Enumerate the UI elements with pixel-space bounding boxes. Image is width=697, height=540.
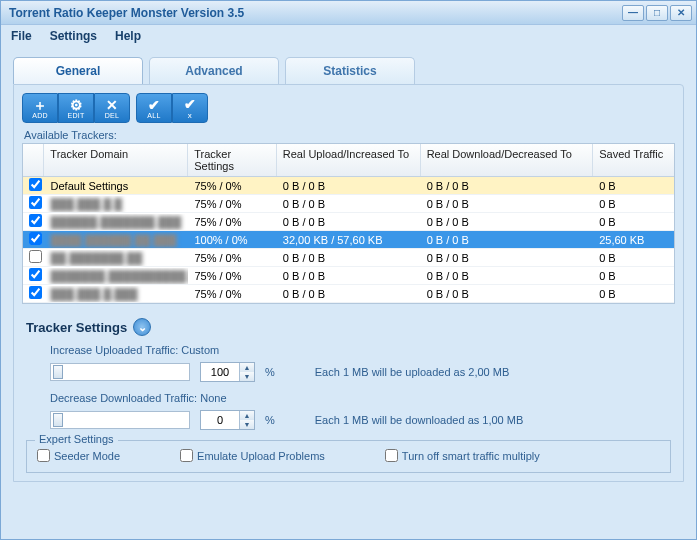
row-checkbox[interactable] (29, 250, 42, 263)
available-trackers-label: Available Trackers: (24, 129, 675, 141)
maximize-button[interactable]: □ (646, 5, 668, 21)
increase-label: Increase Uploaded Traffic: Custom (50, 344, 675, 356)
cell-upload: 0 B / 0 B (277, 250, 421, 266)
col-upload[interactable]: Real Upload/Increased To (277, 144, 421, 176)
select-none-button[interactable]: ✔x (172, 93, 208, 123)
add-button[interactable]: ＋ADD (22, 93, 58, 123)
window-buttons: — □ ✕ (622, 5, 692, 21)
edit-button[interactable]: ⚙EDIT (58, 93, 94, 123)
spin-down[interactable]: ▼ (240, 372, 254, 381)
table-row[interactable]: ████.██████.██.███100% / 0%32,00 KB / 57… (23, 231, 674, 249)
percent-label: % (265, 366, 275, 378)
row-checkbox[interactable] (29, 286, 42, 299)
seeder-mode-checkbox[interactable]: Seeder Mode (37, 449, 120, 462)
delete-button[interactable]: ✕DEL (94, 93, 130, 123)
expert-legend: Expert Settings (35, 433, 118, 445)
increase-slider[interactable] (50, 363, 190, 381)
cell-saved: 0 B (593, 250, 674, 266)
table-row[interactable]: ██████.███████.███75% / 0%0 B / 0 B0 B /… (23, 213, 674, 231)
cell-domain: ██████.███████.███ (45, 214, 189, 230)
slider-thumb[interactable] (53, 413, 63, 427)
decrease-row: ▲ ▼ % Each 1 MB will be downloaded as 1,… (50, 410, 675, 430)
table-row[interactable]: ███.███.█.███75% / 0%0 B / 0 B0 B / 0 B0… (23, 285, 674, 303)
decrease-slider[interactable] (50, 411, 190, 429)
increase-number: ▲ ▼ (200, 362, 255, 382)
cell-settings: 75% / 0% (188, 286, 276, 302)
tracker-settings-heading: Tracker Settings ⌄ (26, 318, 675, 336)
tracker-settings-title: Tracker Settings (26, 320, 127, 335)
cell-download: 0 B / 0 B (421, 178, 594, 194)
increase-hint: Each 1 MB will be uploaded as 2,00 MB (315, 366, 509, 378)
menu-settings[interactable]: Settings (46, 27, 101, 45)
col-settings[interactable]: Tracker Settings (188, 144, 276, 176)
cell-settings: 75% / 0% (188, 214, 276, 230)
cell-domain: ██.███████.██ (45, 250, 189, 266)
select-all-button[interactable]: ✔ALL (136, 93, 172, 123)
expert-row: Seeder Mode Emulate Upload Problems Turn… (37, 449, 660, 462)
cell-settings: 75% / 0% (188, 178, 276, 194)
toolbar: ＋ADD ⚙EDIT ✕DEL ✔ALL ✔x (22, 93, 675, 123)
row-checkbox[interactable] (29, 178, 42, 191)
menu-file[interactable]: File (7, 27, 36, 45)
col-download[interactable]: Real Download/Decreased To (421, 144, 594, 176)
cell-domain: ███.███.█.█ (45, 196, 189, 212)
increase-row: ▲ ▼ % Each 1 MB will be uploaded as 2,00… (50, 362, 675, 382)
expand-toggle[interactable]: ⌄ (133, 318, 151, 336)
spin-up[interactable]: ▲ (240, 363, 254, 372)
tab-advanced[interactable]: Advanced (149, 57, 279, 84)
tab-general[interactable]: General (13, 57, 143, 84)
percent-label: % (265, 414, 275, 426)
row-checkbox[interactable] (29, 214, 42, 227)
cell-settings: 75% / 0% (188, 250, 276, 266)
cell-domain: Default Settings (45, 178, 189, 194)
window-title: Torrent Ratio Keeper Monster Version 3.5 (5, 6, 244, 20)
cell-download: 0 B / 0 B (421, 250, 594, 266)
increase-spinner: ▲ ▼ (239, 363, 254, 381)
general-panel: ＋ADD ⚙EDIT ✕DEL ✔ALL ✔x Available Tracke… (13, 84, 684, 482)
expert-settings-fieldset: Expert Settings Seeder Mode Emulate Uplo… (26, 440, 671, 473)
check-icon: ✔ (148, 98, 160, 112)
turnoff-smart-checkbox[interactable]: Turn off smart traffic multiply (385, 449, 540, 462)
decrease-input[interactable] (201, 414, 239, 426)
cell-upload: 0 B / 0 B (277, 178, 421, 194)
menu-help[interactable]: Help (111, 27, 145, 45)
spin-up[interactable]: ▲ (240, 411, 254, 420)
slider-thumb[interactable] (53, 365, 63, 379)
decrease-spinner: ▲ ▼ (239, 411, 254, 429)
cell-domain: ███.███.█.███ (45, 286, 189, 302)
minimize-button[interactable]: — (622, 5, 644, 21)
plus-icon: ＋ (33, 98, 47, 112)
tab-statistics[interactable]: Statistics (285, 57, 415, 84)
cell-saved: 0 B (593, 214, 674, 230)
table-row[interactable]: Default Settings75% / 0%0 B / 0 B0 B / 0… (23, 177, 674, 195)
x-icon: ✕ (106, 98, 118, 112)
cell-saved: 0 B (593, 196, 674, 212)
menubar: File Settings Help (1, 25, 696, 47)
cell-upload: 0 B / 0 B (277, 196, 421, 212)
col-domain[interactable]: Tracker Domain (44, 144, 188, 176)
decrease-hint: Each 1 MB will be downloaded as 1,00 MB (315, 414, 524, 426)
col-saved[interactable]: Saved Traffic (593, 144, 674, 176)
decrease-number: ▲ ▼ (200, 410, 255, 430)
chevron-down-icon: ⌄ (138, 321, 147, 334)
table-row[interactable]: ███████.██████████.███75% / 0%0 B / 0 B0… (23, 267, 674, 285)
cell-saved: 0 B (593, 286, 674, 302)
cell-upload: 0 B / 0 B (277, 268, 421, 284)
table-row[interactable]: ███.███.█.█75% / 0%0 B / 0 B0 B / 0 B0 B (23, 195, 674, 213)
table-row[interactable]: ██.███████.██75% / 0%0 B / 0 B0 B / 0 B0… (23, 249, 674, 267)
cell-settings: 75% / 0% (188, 268, 276, 284)
close-button[interactable]: ✕ (670, 5, 692, 21)
cell-saved: 0 B (593, 178, 674, 194)
row-checkbox[interactable] (29, 268, 42, 281)
row-checkbox[interactable] (29, 232, 42, 245)
spin-down[interactable]: ▼ (240, 420, 254, 429)
table-header: Tracker Domain Tracker Settings Real Upl… (23, 144, 674, 177)
row-checkbox[interactable] (29, 196, 42, 209)
cell-download: 0 B / 0 B (421, 196, 594, 212)
cell-settings: 75% / 0% (188, 196, 276, 212)
tab-strip: General Advanced Statistics (13, 57, 684, 84)
cell-domain: ███████.██████████.███ (45, 268, 189, 284)
emulate-upload-checkbox[interactable]: Emulate Upload Problems (180, 449, 325, 462)
app-window: Torrent Ratio Keeper Monster Version 3.5… (0, 0, 697, 540)
increase-input[interactable] (201, 366, 239, 378)
